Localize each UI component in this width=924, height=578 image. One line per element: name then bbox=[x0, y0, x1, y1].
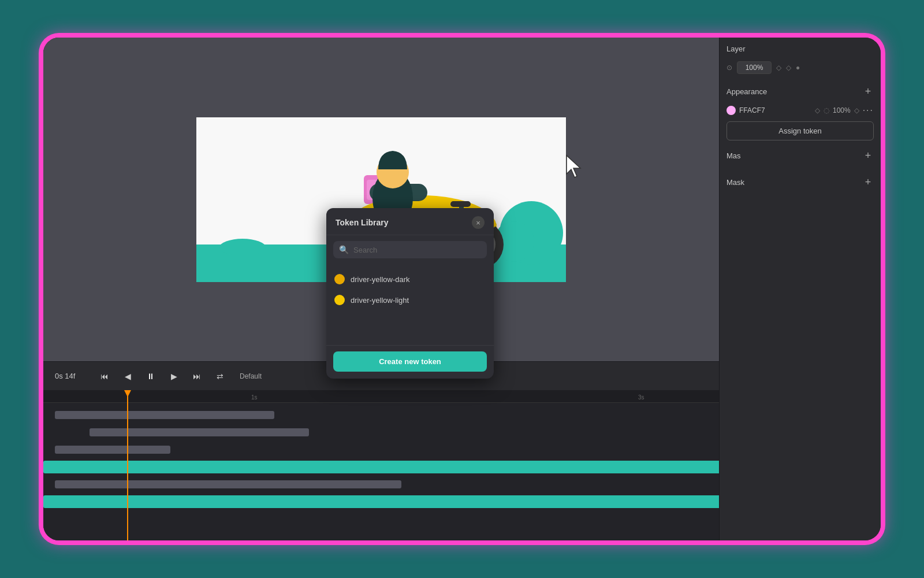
appearance-icons: ◇ ◌ 100% ◇ ··· bbox=[815, 105, 874, 116]
layer-row: ⊙ ◇ ◇ ● bbox=[726, 59, 874, 76]
layer-title: Layer bbox=[726, 45, 746, 53]
diamond-icon-1: ◇ bbox=[815, 106, 820, 114]
track-5 bbox=[43, 476, 719, 492]
layer-section: Layer ⊙ ◇ ◇ ● bbox=[726, 45, 874, 76]
time-display: 0s 14f bbox=[55, 372, 90, 380]
track-bar-teal-1 bbox=[43, 461, 719, 473]
pause-button[interactable]: ⏸ bbox=[143, 368, 159, 384]
assign-token-button[interactable]: Assign token bbox=[726, 121, 874, 140]
mask-section-1: Mas + bbox=[726, 150, 874, 167]
layer-opacity-input[interactable] bbox=[737, 61, 772, 74]
app-window: 0s 14f ⏮ ◀ ⏸ ▶ ⏭ ⇄ Default 1s 3s bbox=[40, 35, 884, 543]
modal-footer: Create new token bbox=[326, 345, 494, 379]
track-3 bbox=[43, 442, 719, 458]
more-options-button[interactable]: ··· bbox=[863, 105, 874, 116]
right-panel: Layer ⊙ ◇ ◇ ● Appearance + FFACF bbox=[719, 38, 881, 540]
token-name-1: driver-yellow-light bbox=[351, 296, 409, 305]
token-name-0: driver-yellow-dark bbox=[351, 275, 410, 284]
timeline-ruler: 1s 3s bbox=[43, 390, 719, 403]
prev-frame-button[interactable]: ◀ bbox=[120, 368, 136, 384]
token-color-0 bbox=[334, 274, 345, 284]
token-list: driver-yellow-dark driver-yellow-light bbox=[326, 264, 494, 345]
track-bar-5 bbox=[55, 480, 401, 488]
color-swatch[interactable] bbox=[726, 106, 736, 115]
mask-add-button-1[interactable]: + bbox=[862, 150, 874, 161]
search-icon: 🔍 bbox=[339, 245, 349, 254]
search-input[interactable] bbox=[353, 246, 481, 254]
blend-diamond-icon: ◇ bbox=[776, 64, 781, 72]
modal-title: Token Library bbox=[336, 218, 389, 227]
track-1 bbox=[43, 407, 719, 423]
color-hex-label: FFACF7 bbox=[739, 106, 811, 114]
timeline-tracks bbox=[43, 403, 719, 514]
mask-title-2: Mask bbox=[726, 178, 744, 187]
appearance-section: Appearance + FFACF7 ◇ ◌ 100% ◇ ··· Assig… bbox=[726, 86, 874, 140]
playhead[interactable] bbox=[127, 390, 128, 540]
track-2 bbox=[43, 424, 719, 440]
timeline: 1s 3s bbox=[43, 390, 719, 540]
opacity-icon: ⊙ bbox=[726, 64, 732, 72]
appearance-title: Appearance bbox=[726, 87, 767, 96]
skip-forward-button[interactable]: ⏭ bbox=[189, 368, 205, 384]
svg-rect-20 bbox=[450, 201, 471, 207]
track-4 bbox=[43, 459, 719, 475]
token-color-1 bbox=[334, 295, 345, 305]
track-6 bbox=[43, 494, 719, 510]
token-library-modal[interactable]: Token Library × 🔍 driver-yellow-dark dr bbox=[326, 208, 494, 379]
modal-close-button[interactable]: × bbox=[472, 216, 485, 229]
create-token-button[interactable]: Create new token bbox=[333, 351, 487, 372]
ruler-3s: 3s bbox=[638, 394, 644, 401]
mask-section-2: Mask + bbox=[726, 176, 874, 194]
play-button[interactable]: ▶ bbox=[166, 368, 182, 384]
modal-header: Token Library × bbox=[326, 208, 494, 235]
svg-point-4 bbox=[219, 239, 266, 256]
token-item-1[interactable]: driver-yellow-light bbox=[326, 290, 494, 310]
loop-button[interactable]: ⇄ bbox=[212, 368, 228, 384]
circle-icon-1: ◌ bbox=[824, 106, 829, 114]
track-bar-1 bbox=[55, 411, 274, 419]
appearance-color-row: FFACF7 ◇ ◌ 100% ◇ ··· bbox=[726, 103, 874, 118]
appearance-opacity: 100% bbox=[833, 106, 851, 114]
token-item-0[interactable]: driver-yellow-dark bbox=[326, 269, 494, 290]
modal-search-area: 🔍 bbox=[326, 235, 494, 264]
blend-circle-icon: ◇ bbox=[786, 64, 791, 72]
skip-back-button[interactable]: ⏮ bbox=[96, 368, 113, 384]
track-bar-teal-2 bbox=[43, 495, 719, 508]
mask-add-button-2[interactable]: + bbox=[862, 176, 874, 188]
search-wrapper: 🔍 bbox=[333, 241, 487, 258]
track-bar-2 bbox=[90, 428, 309, 436]
track-bar-3 bbox=[55, 446, 170, 454]
visibility-icon: ● bbox=[796, 64, 800, 72]
ruler-1s: 1s bbox=[251, 394, 258, 401]
appearance-add-button[interactable]: + bbox=[862, 86, 874, 97]
mask-title-1: Mas bbox=[726, 151, 741, 160]
easing-label: Default bbox=[240, 372, 262, 380]
diamond-icon-2: ◇ bbox=[854, 106, 859, 114]
